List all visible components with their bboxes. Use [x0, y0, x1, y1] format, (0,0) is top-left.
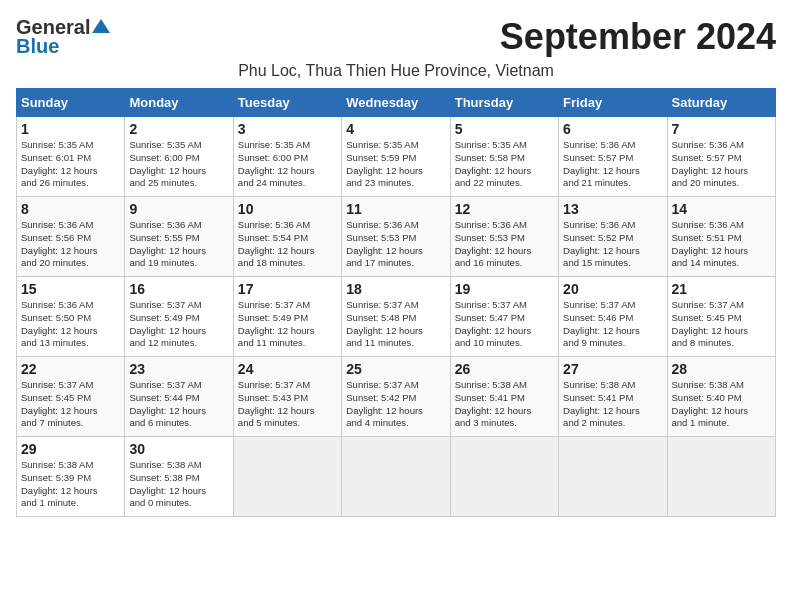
cell-info: Sunrise: 5:37 AM Sunset: 5:48 PM Dayligh… — [346, 299, 445, 350]
calendar-cell: 8Sunrise: 5:36 AM Sunset: 5:56 PM Daylig… — [17, 197, 125, 277]
calendar-week-row: 15Sunrise: 5:36 AM Sunset: 5:50 PM Dayli… — [17, 277, 776, 357]
day-number: 14 — [672, 201, 771, 217]
day-number: 29 — [21, 441, 120, 457]
calendar-cell: 19Sunrise: 5:37 AM Sunset: 5:47 PM Dayli… — [450, 277, 558, 357]
logo: General Blue — [16, 16, 110, 58]
calendar-cell — [342, 437, 450, 517]
calendar-day-header: Friday — [559, 89, 667, 117]
calendar-cell: 18Sunrise: 5:37 AM Sunset: 5:48 PM Dayli… — [342, 277, 450, 357]
cell-info: Sunrise: 5:36 AM Sunset: 5:56 PM Dayligh… — [21, 219, 120, 270]
logo-triangle-icon — [92, 17, 110, 35]
day-number: 11 — [346, 201, 445, 217]
calendar-day-header: Thursday — [450, 89, 558, 117]
calendar-cell: 16Sunrise: 5:37 AM Sunset: 5:49 PM Dayli… — [125, 277, 233, 357]
day-number: 9 — [129, 201, 228, 217]
logo-blue: Blue — [16, 35, 59, 58]
calendar-cell — [450, 437, 558, 517]
cell-info: Sunrise: 5:37 AM Sunset: 5:49 PM Dayligh… — [238, 299, 337, 350]
calendar-cell: 23Sunrise: 5:37 AM Sunset: 5:44 PM Dayli… — [125, 357, 233, 437]
day-number: 13 — [563, 201, 662, 217]
calendar-cell: 29Sunrise: 5:38 AM Sunset: 5:39 PM Dayli… — [17, 437, 125, 517]
cell-info: Sunrise: 5:35 AM Sunset: 6:00 PM Dayligh… — [238, 139, 337, 190]
day-number: 24 — [238, 361, 337, 377]
cell-info: Sunrise: 5:35 AM Sunset: 6:00 PM Dayligh… — [129, 139, 228, 190]
calendar-cell: 17Sunrise: 5:37 AM Sunset: 5:49 PM Dayli… — [233, 277, 341, 357]
calendar-table: SundayMondayTuesdayWednesdayThursdayFrid… — [16, 88, 776, 517]
cell-info: Sunrise: 5:36 AM Sunset: 5:53 PM Dayligh… — [346, 219, 445, 270]
svg-marker-0 — [92, 19, 110, 33]
month-title: September 2024 — [500, 16, 776, 58]
cell-info: Sunrise: 5:38 AM Sunset: 5:38 PM Dayligh… — [129, 459, 228, 510]
day-number: 23 — [129, 361, 228, 377]
calendar-week-row: 1Sunrise: 5:35 AM Sunset: 6:01 PM Daylig… — [17, 117, 776, 197]
day-number: 12 — [455, 201, 554, 217]
day-number: 18 — [346, 281, 445, 297]
day-number: 26 — [455, 361, 554, 377]
calendar-cell: 22Sunrise: 5:37 AM Sunset: 5:45 PM Dayli… — [17, 357, 125, 437]
calendar-cell: 1Sunrise: 5:35 AM Sunset: 6:01 PM Daylig… — [17, 117, 125, 197]
calendar-cell: 10Sunrise: 5:36 AM Sunset: 5:54 PM Dayli… — [233, 197, 341, 277]
cell-info: Sunrise: 5:37 AM Sunset: 5:44 PM Dayligh… — [129, 379, 228, 430]
subtitle: Phu Loc, Thua Thien Hue Province, Vietna… — [16, 62, 776, 80]
calendar-cell: 9Sunrise: 5:36 AM Sunset: 5:55 PM Daylig… — [125, 197, 233, 277]
cell-info: Sunrise: 5:37 AM Sunset: 5:46 PM Dayligh… — [563, 299, 662, 350]
cell-info: Sunrise: 5:37 AM Sunset: 5:42 PM Dayligh… — [346, 379, 445, 430]
calendar-cell: 11Sunrise: 5:36 AM Sunset: 5:53 PM Dayli… — [342, 197, 450, 277]
cell-info: Sunrise: 5:37 AM Sunset: 5:45 PM Dayligh… — [21, 379, 120, 430]
calendar-cell: 6Sunrise: 5:36 AM Sunset: 5:57 PM Daylig… — [559, 117, 667, 197]
cell-info: Sunrise: 5:35 AM Sunset: 6:01 PM Dayligh… — [21, 139, 120, 190]
calendar-cell: 25Sunrise: 5:37 AM Sunset: 5:42 PM Dayli… — [342, 357, 450, 437]
calendar-cell: 21Sunrise: 5:37 AM Sunset: 5:45 PM Dayli… — [667, 277, 775, 357]
calendar-cell: 15Sunrise: 5:36 AM Sunset: 5:50 PM Dayli… — [17, 277, 125, 357]
cell-info: Sunrise: 5:36 AM Sunset: 5:57 PM Dayligh… — [672, 139, 771, 190]
calendar-day-header: Sunday — [17, 89, 125, 117]
day-number: 16 — [129, 281, 228, 297]
calendar-cell — [559, 437, 667, 517]
calendar-cell: 12Sunrise: 5:36 AM Sunset: 5:53 PM Dayli… — [450, 197, 558, 277]
calendar-cell: 26Sunrise: 5:38 AM Sunset: 5:41 PM Dayli… — [450, 357, 558, 437]
calendar-cell: 28Sunrise: 5:38 AM Sunset: 5:40 PM Dayli… — [667, 357, 775, 437]
calendar-cell — [233, 437, 341, 517]
calendar-cell — [667, 437, 775, 517]
calendar-cell: 24Sunrise: 5:37 AM Sunset: 5:43 PM Dayli… — [233, 357, 341, 437]
cell-info: Sunrise: 5:36 AM Sunset: 5:57 PM Dayligh… — [563, 139, 662, 190]
day-number: 17 — [238, 281, 337, 297]
calendar-cell: 4Sunrise: 5:35 AM Sunset: 5:59 PM Daylig… — [342, 117, 450, 197]
calendar-day-header: Monday — [125, 89, 233, 117]
calendar-week-row: 29Sunrise: 5:38 AM Sunset: 5:39 PM Dayli… — [17, 437, 776, 517]
day-number: 28 — [672, 361, 771, 377]
cell-info: Sunrise: 5:38 AM Sunset: 5:41 PM Dayligh… — [455, 379, 554, 430]
day-number: 19 — [455, 281, 554, 297]
day-number: 3 — [238, 121, 337, 137]
calendar-day-header: Tuesday — [233, 89, 341, 117]
cell-info: Sunrise: 5:37 AM Sunset: 5:45 PM Dayligh… — [672, 299, 771, 350]
calendar-cell: 3Sunrise: 5:35 AM Sunset: 6:00 PM Daylig… — [233, 117, 341, 197]
day-number: 30 — [129, 441, 228, 457]
day-number: 2 — [129, 121, 228, 137]
calendar-cell: 14Sunrise: 5:36 AM Sunset: 5:51 PM Dayli… — [667, 197, 775, 277]
cell-info: Sunrise: 5:38 AM Sunset: 5:40 PM Dayligh… — [672, 379, 771, 430]
cell-info: Sunrise: 5:37 AM Sunset: 5:49 PM Dayligh… — [129, 299, 228, 350]
day-number: 6 — [563, 121, 662, 137]
calendar-day-header: Saturday — [667, 89, 775, 117]
calendar-day-header: Wednesday — [342, 89, 450, 117]
cell-info: Sunrise: 5:36 AM Sunset: 5:55 PM Dayligh… — [129, 219, 228, 270]
day-number: 15 — [21, 281, 120, 297]
calendar-week-row: 8Sunrise: 5:36 AM Sunset: 5:56 PM Daylig… — [17, 197, 776, 277]
cell-info: Sunrise: 5:38 AM Sunset: 5:39 PM Dayligh… — [21, 459, 120, 510]
calendar-cell: 5Sunrise: 5:35 AM Sunset: 5:58 PM Daylig… — [450, 117, 558, 197]
cell-info: Sunrise: 5:36 AM Sunset: 5:53 PM Dayligh… — [455, 219, 554, 270]
calendar-cell: 27Sunrise: 5:38 AM Sunset: 5:41 PM Dayli… — [559, 357, 667, 437]
cell-info: Sunrise: 5:37 AM Sunset: 5:47 PM Dayligh… — [455, 299, 554, 350]
day-number: 10 — [238, 201, 337, 217]
cell-info: Sunrise: 5:36 AM Sunset: 5:54 PM Dayligh… — [238, 219, 337, 270]
day-number: 1 — [21, 121, 120, 137]
page-header: General Blue September 2024 — [16, 16, 776, 58]
calendar-cell: 7Sunrise: 5:36 AM Sunset: 5:57 PM Daylig… — [667, 117, 775, 197]
calendar-cell: 13Sunrise: 5:36 AM Sunset: 5:52 PM Dayli… — [559, 197, 667, 277]
day-number: 22 — [21, 361, 120, 377]
day-number: 4 — [346, 121, 445, 137]
day-number: 27 — [563, 361, 662, 377]
cell-info: Sunrise: 5:35 AM Sunset: 5:58 PM Dayligh… — [455, 139, 554, 190]
day-number: 21 — [672, 281, 771, 297]
